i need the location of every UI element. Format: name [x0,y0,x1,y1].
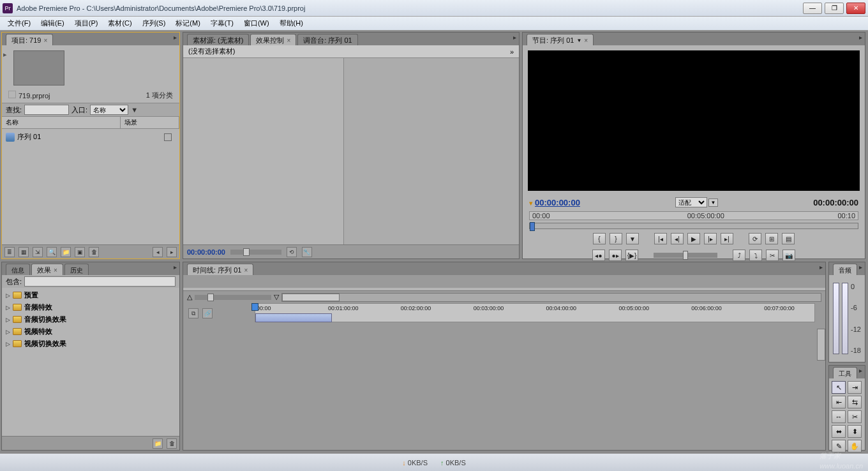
panel-flyout-button[interactable]: ▸ [174,34,177,41]
tab-history[interactable]: 历史 [64,264,89,275]
tool-slip[interactable]: ⬌ [832,425,846,438]
effects-folder-audio-transitions[interactable]: ▷音频切换效果 [2,313,179,325]
panel-flyout-button[interactable]: ▸ [859,367,862,374]
find-button[interactable]: 🔍 [47,247,57,257]
close-icon[interactable]: × [287,37,290,44]
goto-in-button[interactable]: |◂ [654,233,667,244]
tab-effects[interactable]: 效果× [31,264,63,275]
expand-icon[interactable]: ▷ [6,329,10,335]
program-current-timecode[interactable]: 00:00:00:00 [535,198,580,207]
tool-hand[interactable]: ✋ [848,440,862,452]
effects-folder-audio-effects[interactable]: ▷音频特效 [2,301,179,313]
goto-next-marker-button[interactable]: ●▸ [609,250,622,261]
automate-button[interactable]: ⇲ [33,247,43,257]
menu-sequence[interactable]: 序列(S) [137,17,171,29]
effects-search-input[interactable] [24,276,176,287]
zoom-out-icon[interactable]: △ [187,293,192,301]
close-icon[interactable]: × [43,37,47,44]
new-bin-button[interactable]: 📁 [61,247,71,257]
entry-select[interactable]: 名称 [90,105,128,115]
column-scene[interactable]: 场景 [121,117,179,128]
tool-selection[interactable]: ↖ [832,381,846,394]
output-button[interactable]: ▤ [782,233,795,244]
zoom-in-icon[interactable]: ▽ [274,293,279,301]
expand-icon[interactable]: ▷ [6,317,10,323]
expand-icon[interactable]: ▷ [6,292,10,299]
effects-folder-video-transitions[interactable]: ▷视频切换效果 [2,338,179,350]
window-minimize-button[interactable]: — [803,3,822,14]
list-item[interactable]: 序列 01 [2,130,179,144]
playhead-handle[interactable] [251,303,258,311]
set-marker-button[interactable]: ▼ [626,233,639,244]
expand-icon[interactable]: ▷ [6,304,10,311]
close-icon[interactable]: × [584,37,588,44]
set-out-button[interactable]: } [610,233,622,244]
effects-folder-video-effects[interactable]: ▷视频特效 [2,325,179,338]
menu-edit[interactable]: 编辑(E) [36,17,70,29]
tab-project[interactable]: 项目: 719× [6,34,53,45]
export-frame-button[interactable]: 📷 [782,250,795,261]
menu-title[interactable]: 字幕(T) [206,17,239,29]
chevron-down-icon[interactable]: ▼ [708,198,719,207]
lift-button[interactable]: ⤴ [733,250,745,261]
scroll-right-button[interactable]: ▸ [167,247,177,257]
tool-pen[interactable]: ✎ [832,440,846,452]
effects-folder-presets[interactable]: ▷预置 [2,289,179,301]
panel-flyout-button[interactable]: ▸ [859,34,862,41]
tab-timeline[interactable]: 时间线: 序列 01× [187,264,253,275]
timeline-ruler[interactable]: 00:00 00:01:00:00 00:02:00:00 00:03:00:0… [255,303,815,322]
tab-effect-controls[interactable]: 效果控制× [250,34,296,45]
scroll-left-button[interactable]: ◂ [153,247,163,257]
chevron-down-icon[interactable]: ▼ [131,106,138,114]
play-toggle-icon[interactable]: ▸ [2,45,8,64]
step-back-button[interactable]: ◂| [671,233,684,244]
panel-flyout-button[interactable]: ▸ [174,264,177,271]
menu-clip[interactable]: 素材(C) [103,17,137,29]
jog-slider[interactable] [654,253,717,258]
tab-audio-mixer[interactable]: 调音台: 序列 01 [297,34,357,45]
step-forward-button[interactable]: |▸ [704,233,717,244]
tab-source[interactable]: 素材源: (无素材) [187,34,249,45]
scene-checkbox[interactable] [164,133,172,141]
tab-audio-meters[interactable]: 音频 [833,264,857,275]
goto-out-button[interactable]: ▸| [721,233,733,244]
trim-button[interactable]: ✂ [766,250,779,261]
menu-window[interactable]: 窗口(W) [239,17,274,29]
menu-project[interactable]: 项目(P) [70,17,103,29]
tab-program[interactable]: 节目: 序列 01▼× [527,34,594,45]
search-input[interactable] [24,105,69,115]
program-scrub-bar[interactable] [529,223,858,229]
menu-file[interactable]: 文件(F) [3,17,36,29]
program-time-ruler[interactable]: 00:00 00:05:00:00 00:10 [529,211,858,220]
new-custom-bin-button[interactable]: 📁 [153,438,163,449]
panel-flyout-button[interactable]: ▸ [819,264,823,271]
ec-wrench-button[interactable]: 🔧 [302,247,312,257]
play-in-out-button[interactable]: {▶} [625,250,638,261]
tool-track-select[interactable]: ⇥ [848,381,862,394]
snap-button[interactable]: ⧉ [188,308,198,318]
panel-flyout-button[interactable]: ▸ [859,264,862,271]
menu-marker[interactable]: 标记(M) [170,17,206,29]
timeline-horizontal-scrollbar[interactable] [281,293,821,302]
extract-button[interactable]: ⤵ [749,250,762,261]
column-name[interactable]: 名称 [2,117,121,128]
chevron-down-icon[interactable]: ▼ [576,38,581,43]
menu-help[interactable]: 帮助(H) [274,17,308,29]
icon-view-button[interactable]: ▦ [19,247,29,257]
timeline-zoom-slider[interactable] [195,295,271,300]
ec-zoom-slider[interactable] [230,250,281,255]
tool-rate-stretch[interactable]: ↔ [832,410,846,423]
play-button[interactable]: ▶ [687,233,700,244]
ec-toggle-button[interactable]: ⟲ [287,247,297,257]
work-area-bar[interactable] [255,313,332,322]
window-maximize-button[interactable]: ❐ [825,3,844,14]
program-fit-select[interactable]: 适配 [675,197,707,207]
close-icon[interactable]: × [54,267,57,274]
tool-razor[interactable]: ✂ [848,410,862,423]
effect-controls-timecode[interactable]: 00:00:00:00 [187,248,225,256]
goto-prev-marker-button[interactable]: ◂● [592,250,605,261]
loop-button[interactable]: ⟳ [749,233,761,244]
new-item-button[interactable]: ▣ [75,247,85,257]
expand-icon[interactable]: ▷ [6,341,10,347]
tab-tools[interactable]: 工具 [833,367,857,378]
